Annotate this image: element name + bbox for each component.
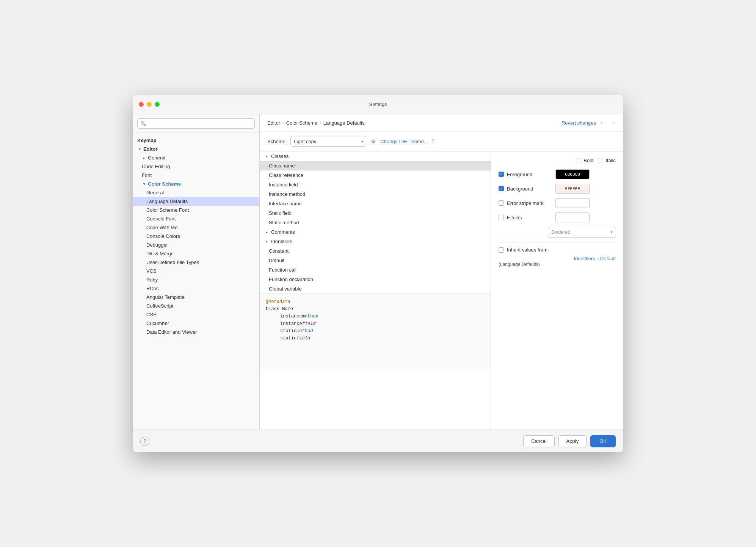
tree-item-function-call[interactable]: Function call: [260, 265, 491, 275]
sidebar-item-coffeescript[interactable]: CoffeeScript: [133, 302, 259, 310]
content-header: Editor › Color Scheme › Language Default…: [260, 114, 623, 131]
tree-item-global-variable[interactable]: Global variable: [260, 284, 491, 294]
search-input[interactable]: [137, 118, 255, 129]
sidebar-item-editor-label: Editor: [143, 146, 158, 152]
sidebar-item-vcs[interactable]: VCS: [133, 267, 259, 275]
bottom-bar: ? Cancel Apply OK: [133, 430, 623, 452]
change-ide-theme-button[interactable]: Change IDE Theme...: [380, 139, 428, 144]
background-color-picker[interactable]: FFEEEE: [555, 184, 590, 194]
bold-checkbox-wrapper: Bold: [576, 158, 593, 163]
chevron-right-comments-icon: ▸: [264, 230, 269, 234]
sidebar-item-diff-merge[interactable]: Diff & Merge: [133, 249, 259, 258]
tree-item-interface-name[interactable]: Interface name: [260, 199, 491, 208]
tree-group-comments[interactable]: ▸ Comments: [260, 227, 491, 237]
sidebar-item-debugger-label: Debugger: [146, 242, 168, 248]
tree-item-global-variable-label: Global variable: [269, 286, 302, 292]
sidebar-item-debugger[interactable]: Debugger: [133, 241, 259, 249]
sidebar-item-user-defined-label: User-Defined File Types: [146, 259, 199, 265]
tree-item-class-name[interactable]: Class name: [260, 161, 491, 170]
sidebar-item-general[interactable]: ▸ General: [133, 153, 259, 162]
sidebar-item-rdoc[interactable]: RDoc: [133, 284, 259, 293]
chevron-down-classes-icon: ▾: [264, 154, 269, 159]
sidebar-item-diff-merge-label: Diff & Merge: [146, 251, 174, 256]
tree-item-instance-field[interactable]: Instance field: [260, 180, 491, 189]
italic-checkbox[interactable]: [598, 158, 603, 163]
tree-item-instance-method[interactable]: Instance method: [260, 189, 491, 199]
sidebar-item-color-scheme[interactable]: ▾ Color Scheme: [133, 180, 259, 188]
sidebar-item-css[interactable]: CSS: [133, 310, 259, 319]
sidebar-item-ruby[interactable]: Ruby: [133, 275, 259, 284]
sidebar-item-language-defaults[interactable]: Language Defaults: [133, 197, 259, 206]
tree-panel: ▾ Classes Class name Class reference Ins…: [260, 152, 491, 430]
sidebar-item-data-editor[interactable]: Data Editor and Viewer: [133, 328, 259, 336]
sidebar-item-code-editing[interactable]: Code Editing: [133, 162, 259, 171]
tree-item-static-method[interactable]: Static method: [260, 218, 491, 227]
scheme-select[interactable]: Light copy: [290, 136, 366, 147]
preview-line-4: · · · instance field: [266, 320, 485, 328]
sidebar-item-console-colors[interactable]: Console Colors: [133, 232, 259, 241]
chevron-down-icon: ▾: [137, 147, 142, 152]
sidebar-item-cs-general[interactable]: General: [133, 188, 259, 197]
tree-item-static-method-label: Static method: [269, 220, 299, 225]
tree-item-class-reference-label: Class reference: [269, 172, 303, 178]
sidebar-item-code-with-me[interactable]: Code With Me: [133, 223, 259, 232]
effects-checkbox[interactable]: [499, 215, 504, 220]
tree-group-classes-label: Classes: [271, 153, 289, 159]
sidebar-item-font[interactable]: Font: [133, 171, 259, 180]
foreground-label: Foreground: [507, 172, 552, 177]
sidebar-item-cs-font[interactable]: Color Scheme Font: [133, 206, 259, 214]
sidebar-item-user-defined[interactable]: User-Defined File Types: [133, 258, 259, 267]
tree-item-class-reference[interactable]: Class reference: [260, 170, 491, 180]
effects-type-dropdown[interactable]: Bordered ▾: [548, 227, 616, 238]
search-icon: 🔍: [140, 121, 146, 126]
sidebar-item-code-with-me-label: Code With Me: [146, 225, 177, 230]
inherit-link[interactable]: Identifiers→Default: [499, 256, 616, 261]
sidebar-item-console-font[interactable]: Console Font: [133, 214, 259, 223]
error-stripe-color-picker[interactable]: [555, 198, 590, 208]
sidebar-item-language-defaults-label: Language Defaults: [146, 198, 188, 204]
error-stripe-checkbox[interactable]: [499, 200, 504, 206]
close-button[interactable]: [139, 102, 144, 107]
inherit-section: Inherit values from: Identifiers→Default…: [499, 247, 616, 267]
sidebar-item-cucumber[interactable]: Cucumber: [133, 319, 259, 328]
search-wrapper: 🔍: [137, 118, 255, 129]
sidebar-item-angular[interactable]: Angular Template: [133, 293, 259, 302]
revert-changes-button[interactable]: Revert changes: [562, 120, 596, 126]
scheme-gear-button[interactable]: ⚙: [370, 138, 376, 145]
code-static-keyword-1: static: [280, 328, 296, 335]
foreground-color-picker[interactable]: 000000: [555, 169, 590, 179]
sidebar-item-keymap[interactable]: Keymap: [133, 136, 259, 145]
nav-forward-button[interactable]: →: [609, 119, 616, 127]
sidebar-item-editor[interactable]: ▾ Editor: [133, 145, 259, 153]
effects-color-picker[interactable]: [555, 213, 590, 222]
tree-item-function-declaration[interactable]: Function declaration: [260, 275, 491, 284]
tree-group-identifiers[interactable]: ▾ Identifiers: [260, 237, 491, 246]
right-panel: Bold Italic ✓ Foreground 000000: [491, 152, 623, 430]
tree-item-constant[interactable]: Constant: [260, 246, 491, 256]
code-annotation: @Metadata: [266, 299, 290, 306]
background-checkbox[interactable]: ✓: [499, 186, 504, 191]
effects-dropdown-arrow-icon: ▾: [610, 230, 613, 235]
help-icon[interactable]: ?: [432, 139, 434, 144]
minimize-button[interactable]: [147, 102, 152, 107]
maximize-button[interactable]: [155, 102, 160, 107]
code-field: field: [302, 320, 316, 328]
tree-item-instance-field-label: Instance field: [269, 182, 298, 188]
tree-item-default[interactable]: Default: [260, 256, 491, 265]
inherit-checkbox[interactable]: [499, 247, 504, 253]
bold-checkbox[interactable]: [576, 158, 581, 163]
scheme-label: Scheme:: [267, 139, 287, 144]
help-button[interactable]: ?: [140, 437, 149, 446]
code-method: method: [302, 313, 318, 320]
foreground-checkbox[interactable]: ✓: [499, 172, 504, 177]
editor-area: ▾ Classes Class name Class reference Ins…: [260, 152, 623, 430]
sidebar-nav: Keymap ▾ Editor ▸ General Code Editing: [133, 133, 259, 430]
apply-button[interactable]: Apply: [558, 435, 587, 447]
cancel-button[interactable]: Cancel: [523, 435, 554, 447]
tree-item-static-field[interactable]: Static field: [260, 208, 491, 218]
nav-back-button[interactable]: ←: [599, 119, 606, 127]
tree-group-classes[interactable]: ▾ Classes: [260, 152, 491, 161]
traffic-lights: [139, 102, 160, 107]
sidebar-item-console-font-label: Console Font: [146, 216, 176, 222]
ok-button[interactable]: OK: [590, 435, 616, 447]
